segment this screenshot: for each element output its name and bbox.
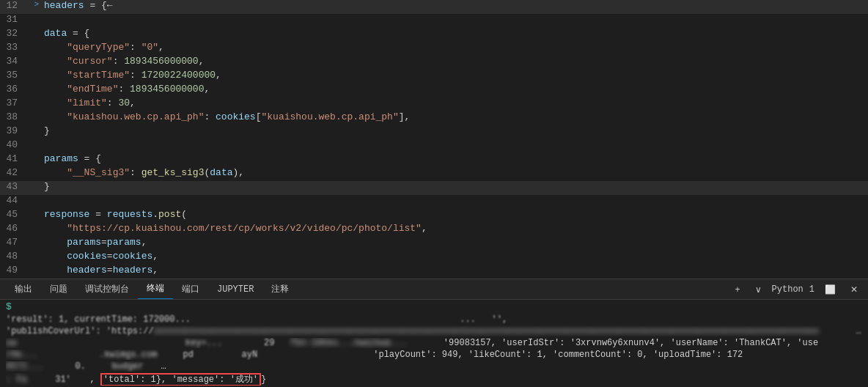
tab-ports[interactable]: 端口 (173, 279, 208, 300)
line-arrow-36 (29, 84, 41, 92)
line-content-32: data = { (41, 28, 868, 39)
code-line-49: 49 headers=headers, (0, 265, 868, 279)
line-arrow-41 (29, 153, 41, 162)
line-num-47: 47 (0, 237, 29, 248)
line-content-35: "startTime": 1720022400000, (41, 70, 868, 81)
tab-debug-console[interactable]: 调试控制台 (76, 279, 138, 300)
line-num-33: 33 (0, 42, 29, 53)
code-line-48: 48 cookies=cookies, (0, 251, 868, 265)
line-num-32: 32 (0, 28, 29, 39)
line-arrow-34 (29, 56, 41, 64)
terminal-prompt: $ (0, 300, 868, 314)
line-arrow-33 (29, 42, 41, 51)
terminal-line-1: 'result': 1, currentTime: 172000... ... … (0, 314, 868, 325)
tab-right-controls: + ∨ Python 1 ⬜ ✕ (731, 283, 862, 296)
line-num-34: 34 (0, 56, 29, 67)
code-line-33: 33 "queryType": "0", (0, 42, 868, 56)
terminal-line-3: uw key=... 29 fbn-10kbs...nwalkwa... '99… (0, 337, 868, 349)
line-arrow-40 (29, 139, 41, 148)
tab-terminal[interactable]: 终端 (138, 279, 173, 300)
line-num-43: 43 (0, 181, 29, 192)
tab-comments[interactable]: 注释 (262, 279, 298, 300)
line-arrow-37 (29, 97, 41, 106)
terminal-line-6: : Fa 31' , 'total': 1}, 'message': '成功'} (0, 372, 868, 386)
terminal-area: $ 'result': 1, currentTime: 172000... ..… (0, 299, 868, 387)
line-content-46: "https://cp.kuaishou.com/rest/cp/works/v… (41, 223, 868, 234)
code-line-46: 46 "https://cp.kuaishou.com/rest/cp/work… (0, 223, 868, 237)
code-line-37: 37 "limit": 30, (0, 97, 868, 111)
python-label: Python (772, 284, 803, 295)
line-arrow-31 (29, 14, 41, 23)
python-version: 1 (809, 284, 814, 295)
line-num-31: 31 (0, 14, 29, 25)
terminal-line-2: 'publishCoverUrl': 'https://xxxxxxxxxxxx… (0, 325, 868, 337)
dollar-sign: $ (6, 301, 12, 312)
editor-area: 12 > headers = {← 31 32 data = { 33 "que… (0, 0, 868, 279)
code-line-41: 41 params = { (0, 153, 868, 167)
line-arrow-43 (29, 181, 41, 190)
code-line-40: 40 (0, 139, 868, 153)
line-content-48: cookies=cookies, (41, 251, 868, 262)
code-line-43: 43 } (0, 181, 868, 195)
code-line-34: 34 "cursor": 1893456000000, (0, 56, 868, 70)
line-arrow-39 (29, 125, 41, 134)
line-num-36: 36 (0, 84, 29, 95)
line-num-37: 37 (0, 97, 29, 108)
line-content-47: params=params, (41, 237, 868, 248)
add-terminal-button[interactable]: + (731, 283, 745, 296)
code-line-45: 45 response = requests.post( (0, 209, 868, 223)
line-arrow-12: > (29, 0, 41, 9)
line-arrow-32 (29, 28, 41, 37)
line-arrow-44 (29, 195, 41, 204)
line-content-12: headers = {← (41, 0, 868, 11)
line-num-41: 41 (0, 153, 29, 164)
line-num-39: 39 (0, 125, 29, 136)
bottom-tabs-bar: 输出 问题 调试控制台 终端 端口 JUPYTER 注释 + ∨ Python … (0, 279, 868, 299)
line-num-42: 42 (0, 167, 29, 178)
code-line-35: 35 "startTime": 1720022400000, (0, 70, 868, 84)
line-arrow-48 (29, 251, 41, 259)
line-num-40: 40 (0, 139, 29, 150)
line-arrow-35 (29, 70, 41, 78)
close-terminal-button[interactable]: ✕ (846, 283, 862, 296)
line-content-33: "queryType": "0", (41, 42, 868, 53)
line-arrow-45 (29, 209, 41, 218)
code-line-44: 44 (0, 195, 868, 209)
line-arrow-49 (29, 265, 41, 273)
line-content-38: "kuaishou.web.cp.api_ph": cookies["kuais… (41, 111, 868, 122)
split-terminal-button[interactable]: ∨ (751, 283, 766, 296)
line-content-45: response = requests.post( (41, 209, 868, 220)
line-content-39: } (41, 125, 868, 136)
line-num-12: 12 (0, 0, 29, 11)
maximize-terminal-button[interactable]: ⬜ (820, 283, 840, 296)
tab-output[interactable]: 输出 (6, 279, 41, 300)
line-num-46: 46 (0, 223, 29, 234)
line-content-43: } (41, 181, 868, 192)
line-num-49: 49 (0, 265, 29, 276)
line-num-48: 48 (0, 251, 29, 262)
line-num-38: 38 (0, 111, 29, 122)
code-line-38: 38 "kuaishou.web.cp.api_ph": cookies["ku… (0, 111, 868, 125)
code-line-31: 31 (0, 14, 868, 28)
line-content-36: "endTime": 1893456000000, (41, 84, 868, 95)
line-content-34: "cursor": 1893456000000, (41, 56, 868, 67)
tab-jupyter[interactable]: JUPYTER (208, 279, 262, 300)
line-content-42: "__NS_sig3": get_ks_sig3(data), (41, 167, 868, 178)
terminal-line-5: 0572... 0. budger 0, 'photoTop': False, … (0, 361, 868, 372)
line-num-45: 45 (0, 209, 29, 220)
line-content-41: params = { (41, 153, 868, 164)
terminal-line-4: rHe... .kwimgs.com pd ayN 'playCount': 9… (0, 349, 868, 361)
line-arrow-46 (29, 223, 41, 232)
code-line-47: 47 params=params, (0, 237, 868, 251)
tab-problems[interactable]: 问题 (41, 279, 76, 300)
code-line-36: 36 "endTime": 1893456000000, (0, 84, 868, 97)
line-content-49: headers=headers, (41, 265, 868, 276)
line-arrow-38 (29, 111, 41, 120)
line-num-35: 35 (0, 70, 29, 81)
code-line-39: 39 } (0, 125, 868, 139)
code-line-12: 12 > headers = {← (0, 0, 868, 14)
line-arrow-42 (29, 167, 41, 176)
code-line-32: 32 data = { (0, 28, 868, 42)
code-line-42: 42 "__NS_sig3": get_ks_sig3(data), (0, 167, 868, 181)
line-arrow-47 (29, 237, 41, 246)
